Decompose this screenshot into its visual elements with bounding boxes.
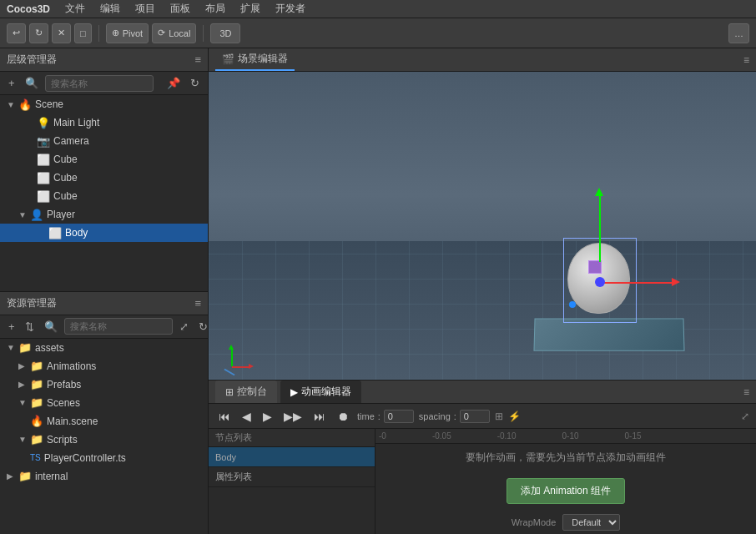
scene-label: Scene [35, 98, 63, 110]
tree-item-cube3[interactable]: ⬜ Cube [0, 187, 208, 205]
frame-button[interactable]: □ [74, 23, 92, 43]
undo-button[interactable]: ↩ [7, 23, 26, 43]
assets-folder-prefabs[interactable]: ▶ 📁 Prefabs [0, 375, 208, 394]
assets-sort-btn[interactable]: ⇅ [22, 319, 38, 335]
wrap-mode-select[interactable]: Default [562, 514, 620, 531]
hierarchy-pin-btn[interactable]: 📌 [164, 75, 184, 91]
tab-animation[interactable]: ▶ 动画编辑器 [280, 380, 361, 403]
menu-bar: Cocos3D 文件 编辑 项目 面板 布局 扩展 开发者 [0, 0, 756, 18]
animation-panel: ⊞ 控制台 ▶ 动画编辑器 ≡ ⏮ ◀ ▶ ▶▶ ⏭ ⏺ time : [209, 380, 756, 534]
anim-tab-icon: ▶ [290, 386, 298, 398]
scene-background [209, 72, 756, 380]
menu-project[interactable]: 项目 [129, 0, 162, 18]
assets-folder-scripts[interactable]: ▼ 📁 Scripts [0, 431, 208, 449]
node-row-props: 属性列表 [209, 467, 375, 487]
assets-search-input[interactable] [64, 318, 173, 335]
internal-icon: 📁 [18, 470, 32, 482]
body-label: Body [65, 227, 88, 239]
time-colon: : [378, 411, 381, 421]
menu-edit[interactable]: 编辑 [93, 0, 127, 18]
more-button[interactable]: … [728, 23, 749, 43]
anim-overlay: 要制作动画，需要先为当前节点添加动画组件 添加 Animation 组件 Wra… [375, 444, 756, 534]
assets-expand-btn[interactable]: ⤢ [176, 319, 192, 335]
assets-title: 资源管理器 [7, 296, 57, 310]
node-list-title: 节点列表 [215, 431, 252, 444]
hierarchy-header-icons: ≡ [194, 53, 201, 66]
pivot-button[interactable]: ⊕ Pivot [106, 23, 149, 43]
ruler-mark-4: 0-15 [625, 431, 642, 441]
menu-extend[interactable]: 扩展 [234, 0, 267, 18]
hierarchy-add-btn[interactable]: + [5, 75, 18, 91]
gizmo-x-axis [601, 282, 672, 284]
assets-folder-internal[interactable]: ▶ 📁 internal [0, 467, 208, 486]
menu-layout[interactable]: 布局 [199, 0, 232, 18]
cube1-icon: ⬜ [37, 154, 50, 166]
time-input[interactable] [384, 410, 414, 423]
scripts-label: Scripts [47, 434, 78, 446]
animation-panel-menu[interactable]: ≡ [743, 386, 749, 398]
scene-editor-menu-icon[interactable]: ≡ [743, 54, 749, 66]
timeline-right: -0 -0.05 -0.10 0-10 0-15 要制作动画，需要先为当前节点添… [375, 429, 756, 534]
hierarchy-menu-icon[interactable]: ≡ [194, 53, 201, 66]
assets-toolbar: + ⇅ 🔍 ⤢ ↻ [0, 315, 208, 339]
hierarchy-search-input[interactable] [45, 75, 154, 92]
anim-next-btn[interactable]: ▶▶ [280, 408, 305, 425]
assets-file-playercontroller[interactable]: TS PlayerController.ts [0, 449, 208, 467]
tree-item-body[interactable]: ⬜ Body [0, 224, 208, 242]
anim-skip-back-btn[interactable]: ⏮ [215, 408, 234, 425]
tree-item-cube2[interactable]: ⬜ Cube [0, 169, 208, 187]
axis-x [232, 366, 249, 368]
menu-dev[interactable]: 开发者 [269, 0, 312, 18]
assets-root-label: assets [35, 342, 64, 354]
hierarchy-refresh-btn[interactable]: ↻ [187, 75, 203, 91]
animations-arrow: ▶ [18, 361, 30, 370]
scene-viewport[interactable] [209, 72, 756, 380]
anim-skip-fwd-btn[interactable]: ⏭ [310, 408, 329, 425]
cube2-label: Cube [53, 172, 78, 184]
spacing-input[interactable] [460, 410, 490, 423]
assets-menu-icon[interactable]: ≡ [194, 297, 201, 310]
tree-item-cube1[interactable]: ⬜ Cube [0, 150, 208, 169]
scene-platform [533, 318, 684, 350]
local-button[interactable]: ⟳ Local [152, 23, 196, 43]
mainscene-label: Main.scene [47, 416, 98, 427]
wrap-mode-label: WrapMode [512, 517, 557, 527]
scene-editor-tab[interactable]: 🎬 场景编辑器 [215, 48, 295, 71]
menu-file[interactable]: 文件 [58, 0, 92, 18]
assets-folder-root[interactable]: ▼ 📁 assets [0, 339, 208, 357]
playercontroller-icon: TS [30, 453, 41, 462]
assets-folder-animations[interactable]: ▶ 📁 Animations [0, 357, 208, 375]
assets-search-icon[interactable]: 🔍 [41, 319, 61, 335]
right-panel: 🎬 场景编辑器 ≡ [209, 48, 756, 534]
console-icon: ⊞ [225, 386, 234, 398]
hierarchy-search-icon[interactable]: 🔍 [22, 75, 42, 91]
tab-console[interactable]: ⊞ 控制台 [215, 380, 277, 403]
tree-item-scene[interactable]: ▼ 🔥 Scene [0, 95, 208, 113]
anim-record-btn[interactable]: ⏺ [334, 408, 352, 425]
tree-item-camera[interactable]: 📷 Camera [0, 132, 208, 150]
axis-y [231, 350, 233, 366]
scripts-arrow: ▼ [18, 435, 30, 444]
assets-folder-scenes[interactable]: ▼ 📁 Scenes [0, 394, 208, 412]
assets-file-mainscene[interactable]: 🔥 Main.scene [0, 412, 208, 431]
tree-item-mainlight[interactable]: 💡 Main Light [0, 113, 208, 132]
anim-grid-icon[interactable]: ⊞ [495, 411, 503, 422]
anim-export-icon[interactable]: ⤢ [741, 411, 749, 422]
menu-panel[interactable]: 面板 [164, 0, 197, 18]
node-row-body[interactable]: Body [209, 447, 375, 467]
add-animation-button[interactable]: 添加 Animation 组件 [507, 478, 625, 504]
anim-prev-btn[interactable]: ◀ [239, 408, 255, 425]
hierarchy-header: 层级管理器 ≡ [0, 48, 208, 72]
redo-button[interactable]: ↻ [29, 23, 48, 43]
scenes-label: Scenes [47, 397, 80, 409]
gizmo-y-axis [599, 195, 601, 262]
scenes-icon: 📁 [30, 396, 43, 409]
tree-item-player[interactable]: ▼ 👤 Player [0, 205, 208, 224]
anim-tab-label: 动画编辑器 [301, 385, 351, 399]
anim-play-btn[interactable]: ▶ [260, 408, 275, 425]
assets-add-btn[interactable]: + [5, 319, 18, 335]
cancel-button[interactable]: ✕ [52, 23, 71, 43]
anim-lightning-icon[interactable]: ⚡ [508, 411, 521, 422]
scene-icon: 🔥 [18, 98, 32, 111]
prefabs-arrow: ▶ [18, 380, 30, 389]
